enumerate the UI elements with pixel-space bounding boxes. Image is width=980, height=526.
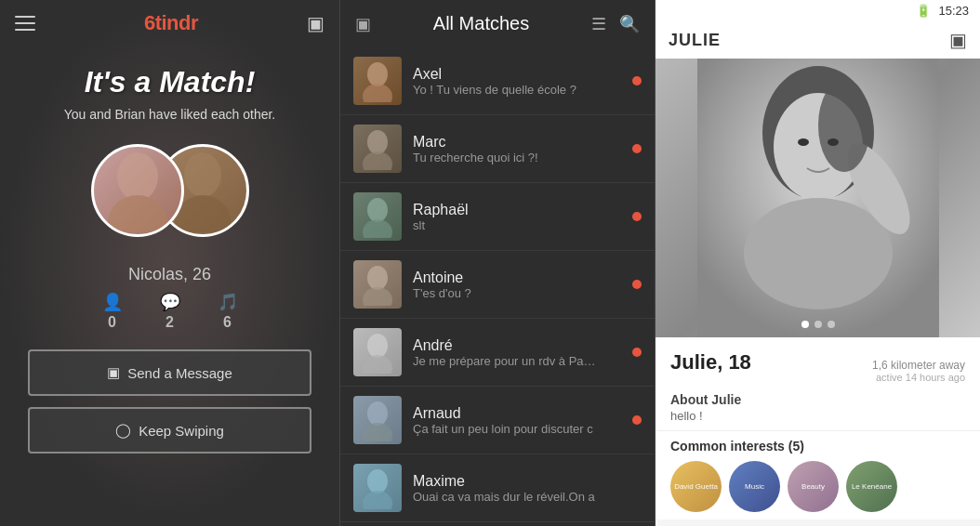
profile-meta: 1,6 kilometer away active 14 hours ago: [872, 359, 965, 383]
photo-dot-3: [828, 321, 835, 328]
profile-distance: 1,6 kilometer away: [872, 359, 965, 372]
filter-icon[interactable]: ☰: [591, 14, 606, 34]
message-content: Maxime Ouai ca va mais dur le réveil.On …: [413, 473, 642, 504]
list-item[interactable]: André Je me prépare pour un rdv à Paris.…: [340, 319, 655, 387]
match-subtitle: You and Brian have liked each other.: [64, 107, 276, 122]
messages-icon: 💬: [160, 292, 180, 312]
match-header: 6tindr ▣: [0, 0, 339, 46]
message-content: André Je me prépare pour un rdv à Paris.…: [413, 337, 625, 368]
stat-messages: 💬 2: [160, 292, 180, 331]
about-title: About Julie: [670, 392, 965, 407]
list-item[interactable]: Antoine T'es d'ou ?: [340, 251, 655, 319]
match-title: It's a Match!: [85, 65, 256, 99]
match-stats: 👤 0 💬 2 🎵 6: [102, 292, 238, 331]
message-preview: Yo ! Tu viens de quelle école ?: [413, 83, 599, 97]
svg-point-24: [818, 79, 870, 172]
avatar: [353, 57, 402, 105]
status-bar: 🔋 15:23: [656, 0, 980, 21]
photo-indicator-dots: [801, 321, 835, 328]
svg-point-26: [828, 138, 839, 146]
match-user-name: Nicolas, 26: [128, 265, 211, 284]
keep-swiping-button[interactable]: ◯ Keep Swiping: [28, 407, 311, 454]
svg-point-10: [367, 266, 388, 290]
list-item[interactable]: Raphaël slt: [340, 183, 655, 251]
svg-point-4: [367, 62, 388, 86]
photo-dot-1: [801, 321, 809, 328]
svg-point-2: [184, 152, 221, 197]
unread-indicator: [632, 348, 642, 357]
unread-indicator: [632, 415, 642, 425]
message-list: Axel Yo ! Tu viens de quelle école ? Mar…: [340, 47, 655, 526]
profile-info: Julie, 18 1,6 kilometer away active 14 h…: [656, 337, 980, 430]
music-icon: 🎵: [218, 292, 238, 312]
avatar: [353, 396, 402, 444]
profile-chat-icon[interactable]: ▣: [949, 29, 967, 51]
messages-title: All Matches: [433, 13, 529, 34]
keep-swiping-label: Keep Swiping: [139, 423, 224, 439]
app-logo: 6tindr: [144, 11, 198, 35]
music-count: 6: [223, 314, 232, 331]
profile-photo: [656, 59, 980, 337]
swipe-btn-icon: ◯: [115, 422, 131, 439]
message-preview: T'es d'ou ?: [413, 286, 599, 300]
interest-label: Beauty: [800, 480, 827, 493]
send-message-button[interactable]: ▣ Send a Message: [28, 349, 311, 396]
profile-active: active 14 hours ago: [872, 372, 965, 383]
interest-label: Music: [743, 480, 766, 493]
list-item[interactable]: Marc Tu recherche quoi ici ?!: [340, 115, 655, 183]
common-interests-title: Common interests (5): [670, 439, 965, 454]
stat-music: 🎵 6: [218, 292, 238, 331]
message-content: Antoine T'es d'ou ?: [413, 270, 625, 300]
svg-point-15: [363, 423, 392, 441]
chat-icon[interactable]: ▣: [307, 12, 324, 34]
message-content: Marc Tu recherche quoi ici ?!: [413, 134, 625, 164]
list-item[interactable]: Arnaud Ça fait un peu loin pour discuter…: [340, 387, 655, 454]
messages-header: ▣ All Matches ☰ 🔍: [340, 0, 655, 47]
followers-count: 0: [108, 314, 116, 331]
message-preview: Ça fait un peu loin pour discuter c: [413, 422, 599, 436]
profile-panel: 🔋 15:23 JULIE ▣: [656, 0, 980, 526]
interest-item: Le Kenéane: [846, 461, 897, 512]
svg-point-9: [363, 219, 392, 238]
message-btn-icon: ▣: [107, 364, 120, 381]
avatar: [353, 192, 402, 241]
interest-label: David Guetta: [672, 480, 720, 493]
message-preview: Tu recherche quoi ici ?!: [413, 151, 599, 164]
contact-name: Arnaud: [413, 405, 625, 422]
match-buttons: ▣ Send a Message ◯ Keep Swiping: [0, 349, 339, 454]
list-item[interactable]: Axel Yo ! Tu viens de quelle école ?: [340, 47, 655, 115]
message-preview: slt: [413, 218, 599, 232]
svg-point-11: [363, 287, 392, 306]
avatar-user: [91, 144, 184, 237]
battery-icon: 🔋: [916, 4, 931, 18]
avatar: [353, 260, 402, 309]
contact-name: André: [413, 337, 625, 354]
unread-indicator: [632, 144, 642, 153]
followers-icon: 👤: [102, 292, 123, 312]
profile-header: JULIE ▣: [656, 21, 980, 59]
contact-name: Axel: [413, 66, 625, 83]
avatar: [353, 328, 402, 376]
profile-name-group: Julie, 18: [670, 350, 751, 375]
match-avatars: [91, 144, 249, 237]
svg-point-16: [367, 469, 388, 493]
svg-point-7: [363, 151, 392, 170]
messages-chat-icon: ▣: [355, 14, 371, 34]
messages-count: 2: [166, 314, 174, 331]
list-item[interactable]: Maxime Ouai ca va mais dur le réveil.On …: [340, 454, 655, 522]
search-icon[interactable]: 🔍: [619, 14, 640, 34]
messages-panel: ▣ All Matches ☰ 🔍 Axel Yo ! Tu viens de …: [339, 0, 656, 526]
unread-indicator: [632, 280, 642, 289]
contact-name: Antoine: [413, 270, 625, 286]
hamburger-icon[interactable]: [15, 16, 35, 31]
unread-indicator: [632, 76, 642, 85]
common-interests-section: Common interests (5) David Guetta Music …: [656, 430, 980, 519]
avatar: [353, 125, 402, 173]
interest-item: Beauty: [788, 461, 839, 512]
svg-point-12: [367, 334, 388, 358]
svg-point-14: [367, 401, 388, 426]
message-content: Arnaud Ça fait un peu loin pour discuter…: [413, 405, 625, 436]
message-preview: Ouai ca va mais dur le réveil.On a: [413, 490, 599, 504]
interests-row: David Guetta Music Beauty Le Kenéane: [670, 461, 965, 512]
interest-item: David Guetta: [670, 461, 722, 512]
